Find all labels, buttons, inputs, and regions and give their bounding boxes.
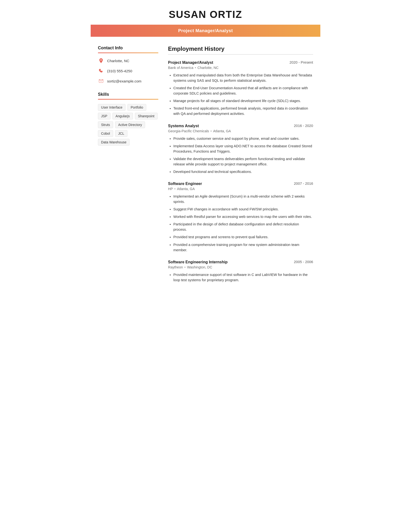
resume-header: SUSAN ORTIZ bbox=[91, 0, 320, 20]
contact-section: Contact Info Charlotte, NC (310) 555-425… bbox=[98, 46, 158, 84]
job-title: Systems Analyst bbox=[168, 124, 199, 128]
job-company: Bank of America•Charlotte, NC bbox=[168, 66, 313, 70]
skill-tag: Angularjs bbox=[112, 113, 133, 119]
separator: • bbox=[185, 265, 186, 269]
contact-divider bbox=[98, 52, 158, 53]
company-name: Bank of America bbox=[168, 66, 193, 70]
skill-tag: Sharepoint bbox=[135, 113, 158, 119]
job-title: Software Engineering Internship bbox=[168, 260, 227, 264]
skill-tag: JSP bbox=[98, 113, 111, 119]
skill-tag: Struts bbox=[98, 121, 113, 128]
email-icon bbox=[98, 78, 104, 84]
job-header: Software Engineer2007 - 2016 bbox=[168, 182, 313, 186]
main-layout: Contact Info Charlotte, NC (310) 555-425… bbox=[91, 37, 320, 297]
company-location: Atlanta, GA bbox=[213, 129, 231, 133]
content: Employment History Project Manager/Analy… bbox=[168, 46, 313, 290]
contact-phone: (310) 555-4250 bbox=[98, 68, 158, 74]
skill-tag: Cobol bbox=[98, 130, 113, 137]
job-bullet: Implemented Data Access layer using ADO.… bbox=[173, 143, 313, 154]
company-location: Atlanta, GA bbox=[177, 187, 195, 191]
skills-section-title: Skills bbox=[98, 92, 158, 97]
skill-tag: Data Warehouse bbox=[98, 139, 130, 146]
location-text: Charlotte, NC bbox=[107, 59, 129, 63]
job-dates: 2005 - 2006 bbox=[294, 260, 313, 264]
job-bullet: Provide sales, customer service and supp… bbox=[173, 136, 313, 141]
job-bullet: Provided maintenance support of test sof… bbox=[173, 272, 313, 283]
phone-text: (310) 555-4250 bbox=[107, 69, 132, 73]
job-title: Project Manager/Analyst bbox=[168, 60, 213, 65]
job-header: Systems Analyst2016 - 2020 bbox=[168, 124, 313, 128]
jobs-container: Project Manager/Analyst2020 - PresentBan… bbox=[168, 60, 313, 283]
company-name: HP bbox=[168, 187, 173, 191]
title-bar: Project Manager/Analyst bbox=[91, 25, 320, 37]
job-company: HP•Atlanta, GA bbox=[168, 187, 313, 191]
job-bullet: Validate the development teams deliverab… bbox=[173, 156, 313, 167]
employment-divider bbox=[168, 54, 313, 55]
company-name: Georgia-Pacific Chemicals bbox=[168, 129, 209, 133]
job-bullet: Provided test programs and screens to pr… bbox=[173, 234, 313, 240]
job-company: Georgia-Pacific Chemicals•Atlanta, GA bbox=[168, 129, 313, 133]
email-text: sortiz@example.com bbox=[107, 79, 141, 83]
job-dates: 2016 - 2020 bbox=[294, 124, 313, 128]
job-bullet: Developed functional and technical speci… bbox=[173, 169, 313, 174]
contact-section-title: Contact Info bbox=[98, 46, 158, 50]
job-bullets-list: Implemented an Agile development (Scrum)… bbox=[168, 194, 313, 253]
skill-tags-container: User InterfacePortfolioJSPAngularjsShare… bbox=[98, 104, 158, 146]
candidate-title: Project Manager/Analyst bbox=[178, 28, 233, 33]
company-location: Washington, DC bbox=[187, 265, 212, 269]
skill-tag: JCL bbox=[115, 130, 127, 137]
job-header: Project Manager/Analyst2020 - Present bbox=[168, 60, 313, 65]
job-bullet: Manage projects for all stages of standa… bbox=[173, 98, 313, 104]
job-bullets-list: Extracted and manipulated data from both… bbox=[168, 73, 313, 116]
job-bullet: Created the End-User Documentation Assur… bbox=[173, 85, 313, 96]
separator: • bbox=[174, 187, 176, 191]
job-bullet: Implemented an Agile development (Scrum)… bbox=[173, 194, 313, 204]
job-bullet: Extracted and manipulated data from both… bbox=[173, 73, 313, 83]
employment-section-title: Employment History bbox=[168, 46, 313, 52]
skills-divider bbox=[98, 99, 158, 100]
company-location: Charlotte, NC bbox=[197, 66, 219, 70]
job-bullet: Tested front-end applications, performed… bbox=[173, 106, 313, 116]
contact-location: Charlotte, NC bbox=[98, 57, 158, 64]
job-entry: Software Engineer2007 - 2016HP•Atlanta, … bbox=[168, 182, 313, 253]
job-header: Software Engineering Internship2005 - 20… bbox=[168, 260, 313, 264]
job-entry: Project Manager/Analyst2020 - PresentBan… bbox=[168, 60, 313, 116]
skill-tag: Active Directory bbox=[115, 121, 145, 128]
job-entry: Software Engineering Internship2005 - 20… bbox=[168, 260, 313, 283]
job-bullet: Provided a comprehensive training progra… bbox=[173, 242, 313, 253]
job-bullet: Participated in the design of defect dat… bbox=[173, 221, 313, 232]
separator: • bbox=[211, 129, 212, 133]
sidebar: Contact Info Charlotte, NC (310) 555-425… bbox=[98, 46, 158, 290]
phone-icon bbox=[98, 68, 104, 74]
job-dates: 2007 - 2016 bbox=[294, 182, 313, 185]
job-entry: Systems Analyst2016 - 2020Georgia-Pacifi… bbox=[168, 124, 313, 174]
skills-section: Skills User InterfacePortfolioJSPAngular… bbox=[98, 92, 158, 146]
job-company: Raytheon•Washington, DC bbox=[168, 265, 313, 269]
job-title: Software Engineer bbox=[168, 182, 202, 186]
skill-tag: Portfolio bbox=[127, 104, 146, 111]
contact-email: sortiz@example.com bbox=[98, 78, 158, 84]
location-icon bbox=[98, 57, 104, 64]
job-bullets-list: Provide sales, customer service and supp… bbox=[168, 136, 313, 174]
candidate-name: SUSAN ORTIZ bbox=[91, 9, 320, 20]
separator: • bbox=[195, 66, 196, 70]
job-bullet: Suggest FW changes in accordance with so… bbox=[173, 207, 313, 212]
job-dates: 2020 - Present bbox=[290, 60, 313, 64]
skill-tag: User Interface bbox=[98, 104, 125, 111]
company-name: Raytheon bbox=[168, 265, 183, 269]
job-bullet: Worked with Restful parser for accessing… bbox=[173, 214, 313, 219]
job-bullets-list: Provided maintenance support of test sof… bbox=[168, 272, 313, 283]
